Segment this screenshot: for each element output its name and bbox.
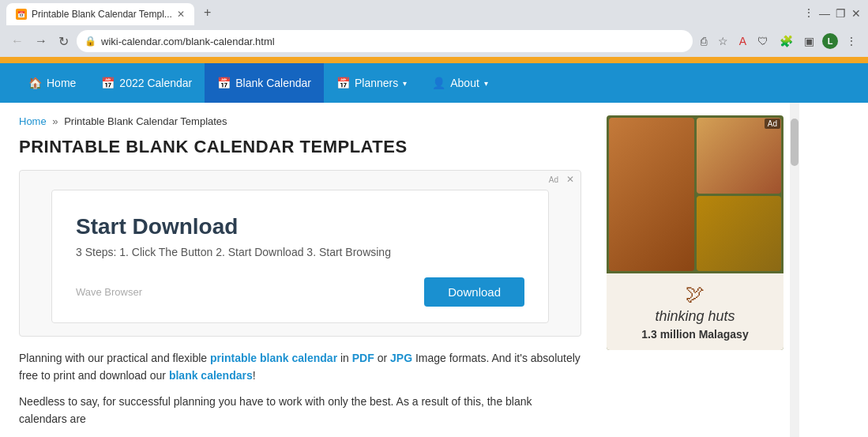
star-icon[interactable]: ☆ (715, 32, 731, 51)
url-bar[interactable]: 🔒 wiki-calendar.com/blank-calendar.html (77, 30, 693, 52)
url-text: wiki-calendar.com/blank-calendar.html (101, 36, 685, 47)
page-title: PRINTABLE BLANK CALENDAR TEMPLATES (19, 137, 581, 157)
link-blank-calendars[interactable]: blank calendars (169, 369, 253, 382)
menu-icon[interactable]: ⋮ (803, 6, 814, 19)
profile-avatar[interactable]: L (822, 33, 838, 49)
body-paragraph-2: Needless to say, for successful planning… (19, 393, 581, 428)
ad-title: Start Download (76, 214, 524, 239)
link-jpg[interactable]: JPG (390, 352, 412, 364)
scrollbar[interactable] (790, 103, 799, 437)
nav-item-home[interactable]: 🏠 Home (16, 63, 88, 103)
body-text-1: Planning with our practical and flexible (19, 352, 207, 364)
window-controls: ⋮ — ❐ ✕ (803, 6, 862, 19)
calendar-icon-2022: 📅 (101, 77, 115, 89)
sidebar-bottom: 🕊 thinking huts 1.3 million Malagasy (607, 273, 783, 350)
calendar-icon-blank: 📅 (217, 77, 231, 89)
body-text-3: or (378, 352, 387, 364)
breadcrumb-current: Printable Blank Calendar Templates (64, 115, 227, 127)
ad-inner: Start Download 3 Steps: 1. Click The But… (51, 190, 549, 323)
planners-chevron-icon: ▾ (403, 79, 407, 88)
child-face-1 (609, 118, 694, 271)
scrollbar-thumb[interactable] (791, 119, 798, 166)
restore-button[interactable]: ❐ (835, 7, 846, 18)
nav-label-planners: Planners (355, 77, 398, 89)
ad-close-button[interactable]: ✕ (566, 174, 574, 185)
shield-icon[interactable]: 🛡 (754, 32, 772, 51)
main-content: Home » Printable Blank Calendar Template… (0, 103, 600, 437)
share-icon[interactable]: ⎙ (697, 32, 710, 51)
sidebar-ad-inner: Ad 🕊 thinking huts 1.3 million Malaga (607, 115, 783, 350)
close-button[interactable]: ✕ (851, 7, 862, 18)
link-text-1: printable blank calendar (210, 352, 337, 364)
refresh-button[interactable]: ↻ (55, 31, 72, 52)
user-icon: 👤 (432, 77, 445, 89)
link-text-jpg: JPG (390, 352, 412, 364)
breadcrumb: Home » Printable Blank Calendar Template… (19, 115, 581, 127)
sidebar-ad: Ad 🕊 thinking huts 1.3 million Malaga (600, 103, 790, 437)
ad-footer: Wave Browser Download (76, 277, 524, 307)
back-button[interactable]: ← (8, 31, 27, 51)
nav-item-about[interactable]: 👤 About ▾ (419, 63, 501, 103)
acrobat-icon[interactable]: A (736, 32, 750, 51)
about-chevron-icon: ▾ (484, 79, 488, 88)
link-text-blank: blank calendars (169, 369, 253, 382)
link-text-pdf: PDF (352, 352, 374, 364)
nav-label-about: About (450, 77, 479, 89)
tab-close-button[interactable]: ✕ (177, 9, 185, 20)
body-paragraph-1: Planning with our practical and flexible… (19, 349, 581, 385)
child-face-3 (697, 196, 782, 272)
child-image-3 (697, 196, 782, 272)
million-text: 1.3 million Malagasy (616, 328, 774, 341)
thinking-huts-label: thinking huts (616, 308, 774, 325)
minimize-button[interactable]: — (819, 7, 830, 18)
toolbar-icons: ⎙ ☆ A 🛡 🧩 ▣ L ⋮ (697, 32, 860, 51)
nav-label-blank: Blank Calendar (235, 77, 311, 89)
breadcrumb-sep: » (52, 115, 58, 127)
ad-brand: Wave Browser (76, 286, 142, 298)
lock-icon: 🔒 (85, 36, 96, 47)
sidebar-ad-badge: Ad (765, 119, 780, 129)
sidebar-icon[interactable]: ▣ (801, 32, 817, 51)
tab-title: Printable Blank Calendar Templ... (32, 9, 172, 20)
ad-container: Ad ✕ Start Download 3 Steps: 1. Click Th… (19, 170, 581, 337)
nav-label-home: Home (47, 77, 76, 89)
menu-dots-button[interactable]: ⋮ (843, 32, 860, 51)
nav-menu: 🏠 Home 📅 2022 Calendar 📅 Blank Calendar … (0, 63, 868, 103)
calendar-icon-planners: 📅 (336, 77, 350, 89)
body-text-2: in (340, 352, 349, 364)
ad-label: Ad (549, 175, 558, 184)
breadcrumb-home[interactable]: Home (19, 115, 47, 127)
link-pdf[interactable]: PDF (352, 352, 374, 364)
home-icon: 🏠 (28, 77, 42, 89)
nav-item-planners[interactable]: 📅 Planners ▾ (324, 63, 419, 103)
address-bar: ← → ↻ 🔒 wiki-calendar.com/blank-calendar… (0, 25, 868, 57)
nav-label-2022: 2022 Calendar (119, 77, 192, 89)
ad-subtitle: 3 Steps: 1. Click The Button 2. Start Do… (76, 246, 524, 258)
body-text-line2: Needless to say, for successful planning… (19, 395, 532, 425)
body-text-5: ! (253, 369, 256, 382)
child-image-1 (609, 118, 694, 271)
tab-favicon: 📅 (16, 9, 27, 20)
nav-item-2022calendar[interactable]: 📅 2022 Calendar (88, 63, 205, 103)
orange-banner (0, 57, 868, 63)
puzzle-icon[interactable]: 🧩 (776, 32, 796, 51)
link-printable-blank-calendar[interactable]: printable blank calendar (210, 352, 337, 364)
child-face-2 (697, 118, 782, 194)
nav-item-blank[interactable]: 📅 Blank Calendar (205, 63, 324, 103)
page-wrapper: Home » Printable Blank Calendar Template… (0, 103, 868, 437)
sidebar-images (607, 115, 783, 273)
active-tab[interactable]: 📅 Printable Blank Calendar Templ... ✕ (6, 3, 194, 25)
download-button[interactable]: Download (424, 277, 524, 307)
child-image-2 (697, 118, 782, 194)
new-tab-button[interactable]: + (197, 6, 217, 20)
forward-button[interactable]: → (32, 31, 51, 51)
bird-icon: 🕊 (616, 283, 774, 305)
title-bar: 📅 Printable Blank Calendar Templ... ✕ + … (0, 0, 868, 25)
